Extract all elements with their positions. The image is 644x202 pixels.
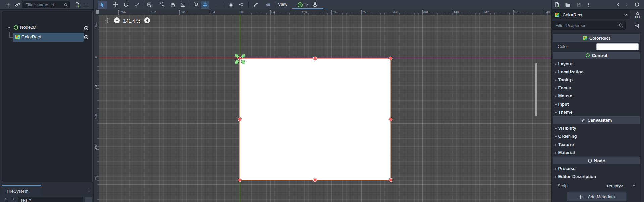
- chevron-right-icon: ▸: [555, 61, 557, 66]
- h-ruler-label: -256: [118, 10, 126, 15]
- history-list-button[interactable]: [633, 1, 641, 9]
- category-row-texture[interactable]: ▸Texture: [552, 140, 641, 148]
- select-tool-button[interactable]: [98, 1, 107, 9]
- group-selection-button[interactable]: [237, 1, 245, 9]
- view-menu-button[interactable]: View: [278, 2, 287, 7]
- history-forward-button[interactable]: [623, 1, 630, 9]
- anchor-preset-button[interactable]: [296, 1, 304, 9]
- zoom-percent-label[interactable]: 141.4 %: [123, 18, 140, 24]
- selection-handle[interactable]: [389, 178, 393, 182]
- camera-override-button[interactable]: [264, 1, 273, 9]
- category-row-input[interactable]: ▸Input: [552, 100, 641, 108]
- scene-filter-input[interactable]: Filter: name, t:t: [22, 1, 70, 8]
- category-row-visibility[interactable]: ▸Visibility: [552, 124, 641, 132]
- selection-handle[interactable]: [313, 57, 317, 60]
- chevron-down-icon[interactable]: [632, 184, 636, 188]
- ruler-tool-button[interactable]: [179, 1, 187, 9]
- resource-menu-button[interactable]: [585, 1, 592, 9]
- selection-handle[interactable]: [389, 118, 393, 121]
- category-row-layout[interactable]: ▸Layout: [552, 60, 641, 67]
- forward-chevron-icon: [624, 2, 629, 7]
- new-resource-icon: [554, 2, 560, 7]
- category-label: Material: [558, 150, 575, 155]
- smart-snap-button[interactable]: [192, 1, 201, 9]
- magnet-icon: [194, 2, 199, 7]
- node2d-icon: [14, 25, 18, 30]
- anchor-preset-plus-icon: [297, 2, 303, 8]
- color-swatch[interactable]: [596, 43, 639, 50]
- h-ruler-label: 192: [331, 10, 337, 15]
- rotate-tool-button[interactable]: [121, 1, 130, 9]
- add-metadata-button[interactable]: Add Metadata: [567, 192, 626, 201]
- snap-options-menu-button[interactable]: [213, 1, 219, 9]
- lock-selection-button[interactable]: [227, 1, 235, 9]
- section-header-colorrect[interactable]: ColorRect: [553, 34, 640, 42]
- category-row-ordering[interactable]: ▸Ordering: [552, 132, 641, 140]
- anchor-mode-button[interactable]: [311, 1, 319, 9]
- filesystem-path-input[interactable]: res://: [18, 197, 83, 202]
- category-row-tooltip[interactable]: ▸Tooltip: [552, 76, 641, 83]
- instance-scene-button[interactable]: [13, 1, 22, 9]
- grid-snap-button[interactable]: [201, 1, 209, 9]
- v-ruler-label: 256: [94, 168, 98, 180]
- category-row-localization[interactable]: ▸Localization: [552, 68, 641, 75]
- inspector-filter-input[interactable]: Filter Properties: [552, 21, 626, 30]
- tree-row-node2d[interactable]: Node2D: [5, 23, 89, 32]
- move-tool-button[interactable]: [111, 1, 120, 9]
- selection-handle[interactable]: [238, 178, 242, 182]
- category-row-editor-description[interactable]: ▸Editor Description: [552, 173, 641, 180]
- select-pixel-button[interactable]: [158, 1, 167, 9]
- h-ruler-label: -128: [179, 10, 186, 15]
- history-back-button[interactable]: [615, 1, 622, 9]
- selection-handle[interactable]: [313, 178, 317, 182]
- section-header-canvasitem[interactable]: CanvasItem: [553, 116, 640, 124]
- zoom-in-button[interactable]: [144, 17, 150, 23]
- selection-handle[interactable]: [389, 57, 393, 60]
- skeleton-button[interactable]: [251, 1, 260, 9]
- back-icon[interactable]: [3, 197, 8, 201]
- category-row-theme[interactable]: ▸Theme: [552, 108, 641, 116]
- pixel-select-icon: [160, 2, 165, 7]
- attach-script-button[interactable]: [73, 1, 82, 9]
- inspector-tools-button[interactable]: [633, 22, 641, 30]
- filesystem-tab[interactable]: FileSystem: [2, 185, 41, 196]
- scale-tool-button[interactable]: [133, 1, 141, 9]
- category-row-focus[interactable]: ▸Focus: [552, 84, 641, 91]
- colorrect-node[interactable]: [239, 58, 391, 180]
- section-header-control[interactable]: Control: [553, 52, 640, 59]
- selection-handle[interactable]: [238, 118, 242, 121]
- save-resource-button[interactable]: [574, 1, 583, 9]
- category-label: Editor Description: [558, 174, 596, 179]
- scene-dock-menu-button[interactable]: [83, 1, 89, 9]
- load-resource-button[interactable]: [563, 1, 572, 9]
- canvas-vertical-scrollbar[interactable]: [535, 63, 537, 116]
- new-resource-button[interactable]: [553, 1, 561, 9]
- h-ruler-label: 512: [483, 10, 489, 15]
- visibility-eye-icon[interactable]: [83, 25, 89, 31]
- visibility-eye-icon[interactable]: [83, 34, 89, 40]
- category-row-process[interactable]: ▸Process: [552, 165, 641, 172]
- tree-row-colorrect[interactable]: ColorRect: [13, 33, 84, 42]
- select-list-button[interactable]: [145, 1, 154, 9]
- collapse-chevron-icon[interactable]: [7, 26, 11, 29]
- add-node-button[interactable]: [4, 1, 12, 9]
- section-header-node[interactable]: Node: [553, 157, 640, 164]
- h-ruler-label: 0: [240, 10, 243, 15]
- filesystem-split-toggle-button[interactable]: [85, 197, 92, 202]
- canvas-viewport[interactable]: 141.4 %: [99, 15, 551, 202]
- pan-tool-button[interactable]: [168, 1, 177, 9]
- v-ruler-label: -64: [94, 16, 98, 28]
- chevron-right-icon: ▸: [555, 134, 557, 139]
- open-docs-button[interactable]: DOC: [632, 10, 643, 19]
- anchor-preset-dropdown[interactable]: [304, 1, 310, 9]
- zoom-out-button[interactable]: [114, 17, 120, 23]
- script-value[interactable]: <empty>: [606, 183, 623, 188]
- category-row-mouse[interactable]: ▸Mouse: [552, 92, 641, 99]
- inspector-node-selector[interactable]: ColorRect: [552, 10, 630, 19]
- center-view-icon[interactable]: [104, 18, 110, 24]
- forward-icon[interactable]: [11, 197, 15, 201]
- category-label: Texture: [558, 142, 574, 147]
- dots-vertical-icon[interactable]: [87, 188, 91, 192]
- category-row-material[interactable]: ▸Material: [552, 149, 641, 156]
- dots-vertical-icon: [586, 2, 591, 7]
